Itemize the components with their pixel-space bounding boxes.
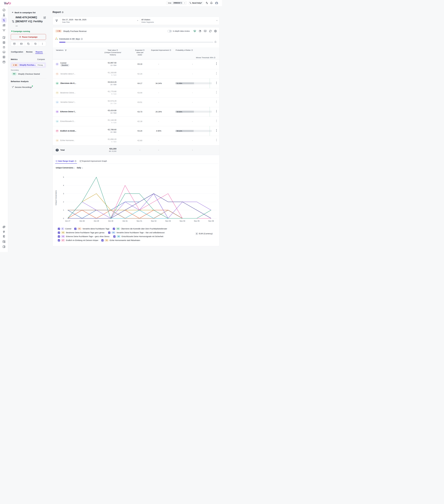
svg-text:Oct 31: Oct 31 — [123, 220, 128, 222]
svg-text:Oct 29: Oct 29 — [94, 220, 99, 222]
svg-text:A: A — [12, 20, 13, 21]
svg-text:0: 0 — [63, 217, 64, 219]
svg-text:?: ? — [75, 161, 76, 162]
svg-text:Oct 27: Oct 27 — [65, 220, 70, 222]
svg-text:Nov 06: Nov 06 — [208, 220, 214, 222]
svg-text:5: 5 — [63, 176, 64, 178]
svg-text:B: B — [4, 20, 5, 22]
svg-text:?: ? — [144, 50, 144, 51]
svg-text:?: ? — [214, 57, 215, 58]
svg-text:1: 1 — [63, 209, 64, 211]
svg-text:Nov 05: Nov 05 — [194, 220, 200, 222]
svg-text:Oct 28: Oct 28 — [79, 220, 85, 222]
svg-text:B: B — [13, 21, 14, 23]
svg-text:Nov 03: Nov 03 — [165, 220, 171, 222]
svg-text:Nov 02: Nov 02 — [151, 220, 156, 222]
svg-text:?: ? — [170, 50, 170, 51]
svg-text:4: 4 — [63, 184, 64, 186]
svg-text:3: 3 — [63, 193, 64, 195]
svg-text:Unique Conversions: Unique Conversions — [55, 190, 57, 205]
svg-text:?: ? — [117, 50, 117, 51]
svg-text:2: 2 — [63, 201, 64, 203]
svg-text:Oct 30: Oct 30 — [108, 220, 113, 222]
svg-text:A: A — [3, 19, 4, 20]
svg-text:?: ? — [192, 50, 192, 51]
svg-text:Nov 01: Nov 01 — [137, 220, 142, 222]
svg-text:Nov 04: Nov 04 — [180, 220, 185, 222]
